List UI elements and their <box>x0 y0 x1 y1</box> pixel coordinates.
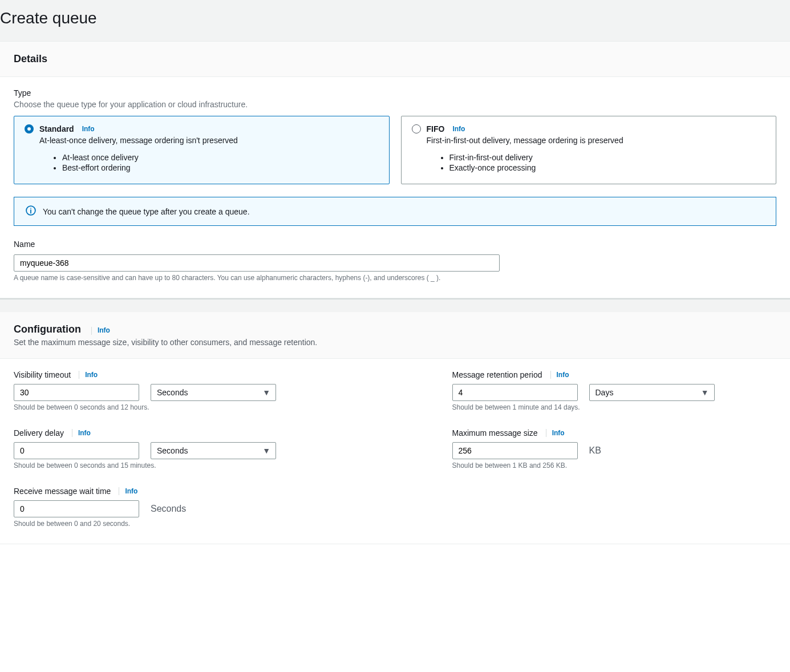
visibility-timeout-field: Visibility timeout Info Seconds ▼ Should… <box>14 370 338 411</box>
receive-wait-time-field: Receive message wait time Info Seconds S… <box>14 487 338 528</box>
retention-period-field: Message retention period Info Days ▼ Sho… <box>452 370 777 411</box>
receive-wait-time-hint: Should be between 0 and 20 seconds. <box>14 520 338 528</box>
radio-standard[interactable] <box>25 124 34 133</box>
fifo-bullets: First-in-first-out delivery Exactly-once… <box>449 153 766 172</box>
delivery-delay-hint: Should be between 0 seconds and 15 minut… <box>14 462 338 469</box>
queue-type-standard[interactable]: Standard Info At-least-once delivery, me… <box>14 116 390 184</box>
config-info-link[interactable]: Info <box>86 326 110 334</box>
fifo-desc: First-in-first-out delivery, message ord… <box>427 136 766 145</box>
visibility-timeout-label: Visibility timeout <box>14 370 71 379</box>
fifo-bullet-1: First-in-first-out delivery <box>449 153 766 162</box>
delivery-delay-input[interactable] <box>14 442 139 459</box>
type-hint: Choose the queue type for your applicati… <box>14 100 776 109</box>
max-message-size-input[interactable] <box>452 442 578 459</box>
radio-fifo[interactable] <box>412 124 421 133</box>
retention-period-unit-select[interactable]: Days ▼ <box>589 384 715 401</box>
standard-title: Standard <box>39 124 74 133</box>
name-field: Name A queue name is case-sensitive and … <box>14 240 776 282</box>
info-icon <box>26 205 36 217</box>
receive-wait-time-input[interactable] <box>14 500 139 517</box>
fifo-bullet-2: Exactly-once processing <box>449 163 766 172</box>
visibility-timeout-unit-select[interactable]: Seconds ▼ <box>151 384 276 401</box>
queue-type-fifo[interactable]: FIFO Info First-in-first-out delivery, m… <box>401 116 777 184</box>
standard-bullet-2: Best-effort ordering <box>62 163 379 172</box>
delivery-delay-unit-select[interactable]: Seconds ▼ <box>151 442 276 459</box>
standard-desc: At-least-once delivery, message ordering… <box>39 136 379 145</box>
delivery-delay-field: Delivery delay Info Seconds ▼ Should be … <box>14 428 338 469</box>
standard-bullet-1: At-least once delivery <box>62 153 379 162</box>
type-options: Standard Info At-least-once delivery, me… <box>14 116 776 184</box>
fifo-info-link[interactable]: Info <box>452 125 465 133</box>
fifo-title: FIFO <box>427 124 445 133</box>
standard-info-link[interactable]: Info <box>82 125 95 133</box>
max-message-size-unit: KB <box>589 446 601 456</box>
max-message-size-info[interactable]: Info <box>540 429 565 438</box>
details-heading: Details <box>14 53 47 65</box>
config-subtitle: Set the maximum message size, visibility… <box>14 338 776 347</box>
standard-header: Standard Info <box>25 124 379 133</box>
delivery-delay-info[interactable]: Info <box>66 429 91 438</box>
visibility-timeout-info[interactable]: Info <box>73 371 98 379</box>
receive-wait-time-label: Receive message wait time <box>14 487 111 496</box>
config-grid: Visibility timeout Info Seconds ▼ Should… <box>14 370 776 528</box>
config-body: Visibility timeout Info Seconds ▼ Should… <box>0 359 790 544</box>
type-change-alert: You can't change the queue type after yo… <box>14 197 776 226</box>
svg-point-2 <box>30 208 31 209</box>
type-label: Type <box>14 88 776 98</box>
config-heading: Configuration <box>14 323 81 335</box>
name-label: Name <box>14 240 776 249</box>
delivery-delay-unit-value: Seconds <box>151 442 276 459</box>
details-body: Type Choose the queue type for your appl… <box>0 77 790 298</box>
receive-wait-time-info[interactable]: Info <box>113 487 137 496</box>
details-panel: Details Type Choose the queue type for y… <box>0 42 790 298</box>
retention-period-unit-value: Days <box>589 384 715 401</box>
page-title: Create queue <box>0 9 790 27</box>
retention-period-info[interactable]: Info <box>545 371 569 379</box>
max-message-size-hint: Should be between 1 KB and 256 KB. <box>452 462 777 469</box>
queue-name-input[interactable] <box>14 254 500 272</box>
section-gap <box>0 299 790 312</box>
details-header: Details <box>0 42 790 77</box>
standard-bullets: At-least once delivery Best-effort order… <box>62 153 379 172</box>
retention-period-label: Message retention period <box>452 370 542 379</box>
fifo-header: FIFO Info <box>412 124 766 133</box>
name-hint: A queue name is case-sensitive and can h… <box>14 274 776 282</box>
page-header: Create queue <box>0 0 790 42</box>
visibility-timeout-input[interactable] <box>14 384 139 401</box>
max-message-size-label: Maximum message size <box>452 428 538 438</box>
alert-text: You can't change the queue type after yo… <box>43 207 250 216</box>
max-message-size-field: Maximum message size Info KB Should be b… <box>452 428 777 469</box>
config-header: Configuration Info Set the maximum messa… <box>0 312 790 359</box>
configuration-panel: Configuration Info Set the maximum messa… <box>0 312 790 544</box>
receive-wait-time-unit: Seconds <box>151 504 186 514</box>
retention-period-hint: Should be between 1 minute and 14 days. <box>452 403 777 411</box>
visibility-timeout-hint: Should be between 0 seconds and 12 hours… <box>14 403 338 411</box>
delivery-delay-label: Delivery delay <box>14 428 64 438</box>
retention-period-input[interactable] <box>452 384 578 401</box>
visibility-timeout-unit-value: Seconds <box>151 384 276 401</box>
